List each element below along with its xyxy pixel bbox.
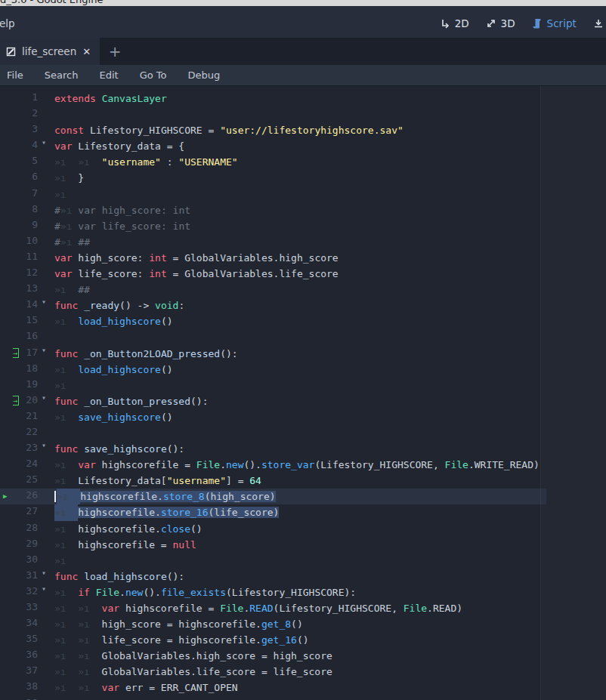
code-line[interactable]: 9#»ıvar life_score: int (0, 218, 606, 234)
gutter[interactable]: 18 (0, 362, 54, 378)
code-text[interactable]: #»ıvar high_score: int (54, 202, 190, 218)
code-line[interactable]: →17▾func _on_Button2LOAD_pressed(): (0, 346, 606, 362)
script-tab-life-screen[interactable]: life_screen ✕ (0, 38, 100, 65)
signal-connection-icon[interactable]: → (13, 348, 19, 358)
toolbar-button-3d[interactable]: 3D (486, 17, 515, 29)
code-text[interactable]: »ı»ılife_score = highscorefile.get_16() (54, 632, 309, 648)
code-text[interactable]: »ı»ı"username" : "USERNAME" (54, 154, 238, 170)
code-text[interactable]: »ı»ıerr = OK if highscorefile != null el… (54, 696, 456, 700)
gutter[interactable]: 11 (0, 250, 54, 266)
code-text[interactable]: #»ı## (54, 234, 90, 250)
code-line[interactable]: 21»ısave_highscore() (0, 409, 606, 425)
code-line[interactable]: 27»ıhighscorefile.store_16(life_score) (0, 504, 606, 520)
code-text[interactable]: »ı»ıvar err = ERR_CANT_OPEN (54, 680, 238, 695)
fold-icon[interactable]: ▾ (42, 569, 46, 577)
code-line[interactable]: 22 (0, 425, 606, 441)
code-line[interactable]: 4▾var Lifestory_data = { (0, 138, 606, 154)
tab-close-icon[interactable]: ✕ (82, 46, 91, 57)
code-line[interactable]: 36»ı»ıGlobalVariables.high_score = high_… (0, 648, 606, 664)
fold-icon[interactable]: ▾ (42, 584, 46, 593)
fold-icon[interactable]: ▾ (42, 393, 46, 402)
code-text[interactable]: »ıload_highscore() (54, 313, 173, 329)
code-text[interactable]: »ısave_highscore() (54, 409, 173, 425)
code-text[interactable]: func _on_Button2LOAD_pressed(): (54, 346, 238, 362)
code-line[interactable]: 2 (0, 106, 606, 122)
fold-icon[interactable]: ▾ (42, 441, 46, 449)
code-line[interactable]: 7»ı (0, 187, 606, 202)
code-text[interactable]: extends CanvasLayer (54, 91, 167, 106)
menu-edit[interactable]: Edit (88, 69, 128, 81)
code-line[interactable]: 15»ıload_highscore() (0, 313, 606, 329)
code-text[interactable]: »ı} (54, 170, 84, 186)
gutter[interactable]: 23▾ (0, 441, 54, 457)
code-line[interactable]: 37»ı»ıGlobalVariables.life_score = life_… (0, 664, 606, 680)
code-line[interactable]: 32▾»ıif File.new().file_exists(Lifestory… (0, 584, 606, 600)
gutter[interactable]: →17▾ (0, 346, 54, 362)
code-line[interactable]: 1extends CanvasLayer (0, 91, 606, 106)
gutter[interactable]: 7 (0, 187, 54, 202)
gutter[interactable]: 27 (0, 504, 54, 520)
code-text[interactable]: func _ready() -> void: (54, 298, 184, 313)
gutter[interactable]: 4▾ (0, 138, 54, 154)
code-text[interactable]: func _on_Button_pressed(): (54, 393, 209, 409)
code-text[interactable]: »ı (54, 553, 78, 569)
gutter[interactable]: 2 (0, 106, 54, 122)
gutter[interactable]: 16 (0, 329, 54, 345)
code-text[interactable]: var life_score: int = GlobalVariables.li… (54, 266, 339, 282)
gutter[interactable]: 29 (0, 537, 54, 553)
code-text[interactable]: »ı»ıGlobalVariables.life_score = life_sc… (54, 664, 332, 680)
gutter[interactable]: 25 (0, 473, 54, 489)
code-text[interactable]: #»ıvar life_score: int (54, 218, 190, 234)
toolbar-button-script[interactable]: Script (532, 17, 577, 29)
gutter[interactable]: ▶26 (0, 489, 54, 504)
code-line[interactable]: 19»ı (0, 378, 606, 393)
code-line[interactable]: 38»ı»ıvar err = ERR_CANT_OPEN (0, 680, 606, 695)
menu-debug[interactable]: Debug (177, 69, 230, 81)
gutter[interactable]: 5 (0, 154, 54, 170)
code-text[interactable]: var high_score: int = GlobalVariables.hi… (54, 250, 339, 266)
code-text[interactable]: »ı## (54, 282, 90, 298)
code-line[interactable]: 39»ı»ıerr = OK if highscorefile != null … (0, 696, 606, 700)
code-line[interactable]: 5»ı»ı"username" : "USERNAME" (0, 154, 606, 170)
menu-file[interactable]: File (0, 69, 34, 81)
code-text[interactable]: »ıif File.new().file_exists(Lifestory_HI… (54, 584, 356, 600)
code-line[interactable]: 18»ıload_highscore() (0, 362, 606, 378)
code-line[interactable]: 28»ıhighscorefile.close() (0, 521, 606, 537)
code-text[interactable]: »ıvar highscorefile = File.new().store_v… (54, 457, 540, 473)
fold-icon[interactable]: ▾ (42, 346, 46, 354)
code-line[interactable]: 12var life_score: int = GlobalVariables.… (0, 266, 606, 282)
code-line[interactable]: 33»ı»ıvar highscorefile = File.READ(Life… (0, 600, 606, 616)
code-line[interactable]: 31▾func load_highscore(): (0, 569, 606, 584)
new-tab-button[interactable]: + (100, 38, 130, 65)
code-text[interactable]: »ı (54, 378, 78, 393)
gutter[interactable]: 32▾ (0, 584, 54, 600)
code-line[interactable]: 10#»ı## (0, 234, 606, 250)
gutter[interactable]: 38 (0, 680, 54, 695)
gutter[interactable]: 22 (0, 425, 54, 441)
code-line[interactable]: 3const Lifestory_HIGHSCORE = "user://lif… (0, 122, 606, 138)
code-line[interactable]: 6»ı} (0, 170, 606, 186)
gutter[interactable]: 13 (0, 282, 54, 298)
gutter[interactable]: 30 (0, 553, 54, 569)
code-text[interactable]: »ı»ıGlobalVariables.high_score = high_sc… (54, 648, 332, 664)
signal-connection-icon[interactable]: → (13, 396, 19, 406)
code-text[interactable]: »ı»ıvar highscorefile = File.READ(Lifest… (54, 600, 462, 616)
gutter[interactable]: 10 (0, 234, 54, 250)
gutter[interactable]: 12 (0, 266, 54, 282)
code-line[interactable]: 25»ıLifestory_data["username"] = 64 (0, 473, 606, 489)
code-line[interactable]: 11var high_score: int = GlobalVariables.… (0, 250, 606, 266)
gutter[interactable]: 39 (0, 696, 54, 700)
gutter[interactable]: 36 (0, 648, 54, 664)
gutter[interactable]: 1 (0, 91, 54, 106)
gutter[interactable]: 31▾ (0, 569, 54, 584)
code-text[interactable]: func load_highscore(): (54, 569, 184, 584)
code-line[interactable]: 34»ı»ıhigh_score = highscorefile.get_8() (0, 616, 606, 632)
code-text[interactable]: »ı»ıhigh_score = highscorefile.get_8() (54, 616, 303, 632)
gutter[interactable]: 33 (0, 600, 54, 616)
code-text[interactable]: »ıhighscorefile = null (54, 537, 196, 553)
gutter[interactable]: 19 (0, 378, 54, 393)
code-line[interactable]: 23▾func save_highscore(): (0, 441, 606, 457)
gutter[interactable]: 37 (0, 664, 54, 680)
code-line[interactable]: 14▾func _ready() -> void: (0, 298, 606, 313)
gutter[interactable]: 28 (0, 521, 54, 537)
